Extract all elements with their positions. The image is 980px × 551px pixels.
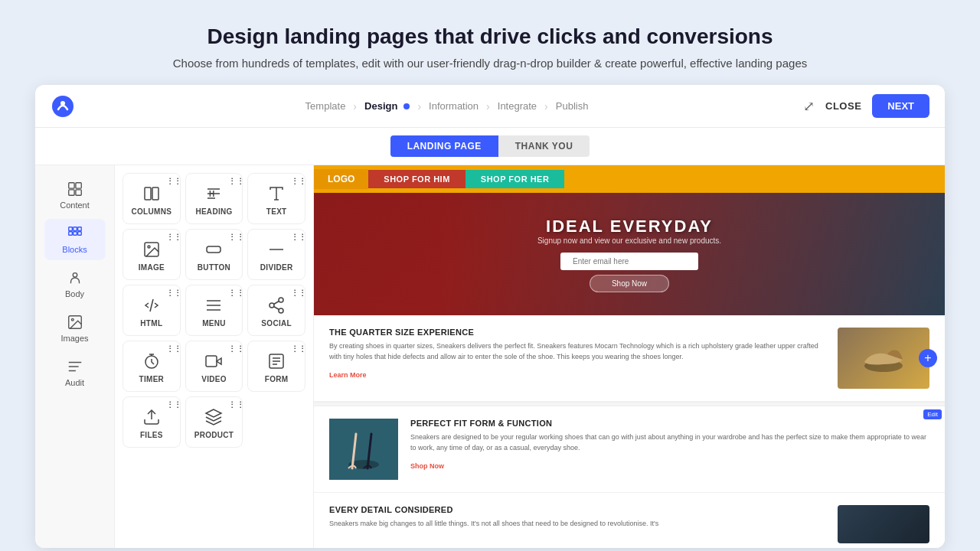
block-text[interactable]: ⋮⋮ TEXT xyxy=(247,173,305,224)
section2-text: PERFECT FIT FORM & FUNCTION Sneakers are… xyxy=(410,419,929,471)
sidebar-item-content[interactable]: Content xyxy=(44,174,106,216)
chevron-icon-1: › xyxy=(353,100,357,112)
nav-steps: Template › Design › Information › Integr… xyxy=(90,100,803,112)
section1-body: By creating shoes in quarter sizes, Snea… xyxy=(329,341,825,362)
lp-hero-title: IDEAL EVERYDAY xyxy=(537,217,721,236)
body-icon xyxy=(67,269,83,286)
files-icon xyxy=(142,408,161,426)
sidebar-label-audit: Audit xyxy=(65,378,84,387)
columns-icon xyxy=(142,184,161,203)
chevron-icon-4: › xyxy=(544,100,548,112)
expand-icon[interactable]: ⤢ xyxy=(803,98,815,115)
image-icon xyxy=(142,240,161,259)
sidebar-item-audit[interactable]: Audit xyxy=(44,352,106,393)
block-label-html: HTML xyxy=(140,319,162,328)
button-icon xyxy=(204,240,223,259)
block-columns[interactable]: ⋮⋮ COLUMNS xyxy=(122,173,181,224)
block-heading[interactable]: ⋮⋮ H HEADING xyxy=(185,173,243,224)
svg-point-14 xyxy=(71,318,74,321)
block-image[interactable]: ⋮⋮ IMAGE xyxy=(122,229,181,280)
drag-handle-icon: ⋮⋮ xyxy=(228,177,239,187)
edit-badge: Edit xyxy=(923,409,942,419)
tab-landing-page[interactable]: LANDING PAGE xyxy=(390,135,498,157)
timer-icon xyxy=(142,352,161,370)
sidebar-label-blocks: Blocks xyxy=(62,245,87,254)
section3-text: EVERY DETAIL CONSIDERED Sneakers make bi… xyxy=(329,505,825,534)
plus-add-icon[interactable]: + xyxy=(919,349,937,367)
drag-handle-icon: ⋮⋮ xyxy=(291,344,302,355)
section2-body: Sneakers are designed to be your regular… xyxy=(410,432,929,453)
block-label-menu: MENU xyxy=(202,319,226,328)
nav-step-integrate[interactable]: Integrate xyxy=(498,100,537,112)
next-button[interactable]: NEXT xyxy=(872,94,929,118)
block-button[interactable]: ⋮⋮ BUTTON xyxy=(185,229,243,280)
block-social[interactable]: ⋮⋮ SOCIAL xyxy=(247,285,305,336)
lp-hero-subtitle: Signup now and view our exclusive and ne… xyxy=(537,236,721,245)
nav-step-template[interactable]: Template xyxy=(305,100,346,112)
tab-thank-you[interactable]: THANK YOU xyxy=(498,135,590,157)
svg-rect-6 xyxy=(68,227,72,231)
drag-handle-icon: ⋮⋮ xyxy=(166,344,177,355)
svg-point-19 xyxy=(148,246,150,248)
svg-point-23 xyxy=(279,308,283,313)
hero-section: Design landing pages that drive clicks a… xyxy=(0,0,980,85)
svg-point-1 xyxy=(60,101,65,106)
chevron-icon-2: › xyxy=(417,100,421,112)
section1-image xyxy=(838,328,929,389)
block-label-product: PRODUCT xyxy=(194,431,234,439)
nav-step-information[interactable]: Information xyxy=(429,100,479,112)
blocks-grid: ⋮⋮ COLUMNS ⋮⋮ H HEADING xyxy=(122,173,305,448)
section2-heading: PERFECT FIT FORM & FUNCTION xyxy=(410,419,929,428)
nav-header: Template › Design › Information › Integr… xyxy=(35,85,945,128)
nav-step-publish[interactable]: Publish xyxy=(556,100,589,112)
sidebar: Content Blocks Bod xyxy=(35,165,115,548)
block-label-social: SOCIAL xyxy=(261,319,292,328)
block-timer[interactable]: ⋮⋮ TIMER xyxy=(122,341,181,392)
text-icon xyxy=(267,184,286,203)
svg-rect-25 xyxy=(206,356,217,367)
block-product[interactable]: ⋮⋮ PRODUCT xyxy=(185,396,243,448)
close-button[interactable]: CLOSE xyxy=(825,100,861,112)
block-html[interactable]: ⋮⋮ HTML xyxy=(122,285,181,336)
block-label-heading: HEADING xyxy=(195,207,232,216)
svg-point-21 xyxy=(279,298,283,302)
sidebar-item-body[interactable]: Body xyxy=(44,263,106,305)
nav-step-design[interactable]: Design xyxy=(364,100,410,112)
sidebar-label-images: Images xyxy=(60,334,88,343)
lp-logo: LOGO xyxy=(314,169,368,189)
drag-handle-icon: ⋮⋮ xyxy=(291,233,302,243)
svg-rect-3 xyxy=(75,183,80,188)
block-video[interactable]: ⋮⋮ VIDEO xyxy=(185,341,243,392)
audit-icon xyxy=(67,358,83,375)
drag-handle-icon: ⋮⋮ xyxy=(166,289,177,299)
block-files[interactable]: ⋮⋮ FILES xyxy=(122,396,181,448)
svg-rect-15 xyxy=(145,187,151,200)
block-label-text: TEXT xyxy=(266,207,287,216)
section1-link[interactable]: Learn More xyxy=(329,371,367,379)
sidebar-item-blocks[interactable]: Blocks xyxy=(44,219,106,260)
svg-rect-4 xyxy=(68,190,74,195)
block-menu[interactable]: ⋮⋮ MENU xyxy=(185,285,243,336)
block-label-columns: COLUMNS xyxy=(132,207,172,216)
drag-handle-icon: ⋮⋮ xyxy=(228,344,239,355)
content-icon xyxy=(67,181,83,197)
hero-subtitle: Choose from hundreds of templates, edit … xyxy=(15,57,965,70)
block-divider[interactable]: ⋮⋮ DIVIDER xyxy=(247,229,305,280)
content-area: Content Blocks Bod xyxy=(35,165,945,548)
drag-handle-icon: ⋮⋮ xyxy=(166,233,177,243)
sidebar-label-body: Body xyxy=(65,289,84,298)
lp-navbar: LOGO SHOP FOR HIM SHOP FOR HER xyxy=(314,165,945,193)
svg-rect-20 xyxy=(207,246,220,253)
svg-rect-5 xyxy=(75,190,80,195)
block-form[interactable]: ⋮⋮ FORM xyxy=(247,341,305,392)
svg-rect-2 xyxy=(68,183,74,188)
svg-rect-9 xyxy=(68,232,72,236)
sidebar-item-images[interactable]: Images xyxy=(44,308,106,349)
lp-shop-button[interactable]: Shop Now xyxy=(590,275,669,292)
section2-link[interactable]: Shop Now xyxy=(410,462,444,470)
section3-body: Sneakers make big changes to all little … xyxy=(329,519,825,530)
block-label-button: BUTTON xyxy=(198,263,230,272)
lp-email-input[interactable] xyxy=(560,253,698,270)
product-icon xyxy=(204,408,223,426)
section3-heading: EVERY DETAIL CONSIDERED xyxy=(329,505,825,514)
